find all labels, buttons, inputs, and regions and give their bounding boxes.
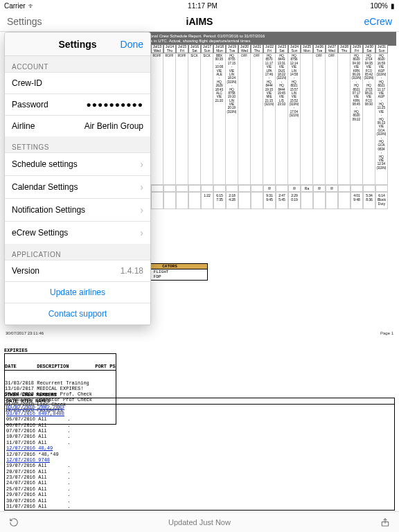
contact-support-button[interactable]: Contact support bbox=[5, 303, 150, 325]
popover-title: Settings bbox=[58, 39, 96, 50]
grid-cell: HQ 2714 04:35 VIE FCO 05:42 (319N) - HQ … bbox=[363, 53, 375, 185]
nav-bar: Settings iAIMS eCrew bbox=[0, 11, 399, 32]
password-label: Password bbox=[12, 100, 48, 109]
grid-head-cell: Jul16Sat bbox=[188, 44, 201, 53]
crew-row: 11/07/2016 All . bbox=[5, 440, 394, 445]
grid-foot-label: R bbox=[288, 185, 301, 192]
section-application: APPLICATION bbox=[5, 244, 150, 260]
page-meta: 30/07/2017 23:11:46 Page 1 bbox=[6, 331, 393, 335]
other-crew-block: OTHER CREW MEMBERS DATE RTES NAMES 03/07… bbox=[4, 392, 395, 511]
row-schedule-settings[interactable]: Schedule settings › bbox=[5, 152, 150, 175]
row-password[interactable]: Password ●●●●●●●●●● bbox=[5, 94, 150, 115]
other-crew-header: DATE RTES NAMES bbox=[5, 398, 394, 405]
grid-head-cell: Jul28Thu bbox=[338, 44, 351, 53]
chevron-right-icon: › bbox=[140, 181, 143, 193]
report-banner-line1: National Crew Schedule Report. Period: 0… bbox=[143, 34, 392, 39]
grid-foot-label bbox=[238, 185, 251, 192]
crew-row: 29/07/2016 All . bbox=[5, 492, 394, 497]
grid-foot-val bbox=[238, 192, 251, 209]
row-airline[interactable]: Airline Air Berlin Group bbox=[5, 115, 150, 136]
grid-foot-val bbox=[301, 192, 313, 209]
grid-foot-label bbox=[351, 185, 363, 192]
crew-row: 23/07/2016 All . bbox=[5, 475, 394, 480]
grid-cell: HQ 8443 13:31 VIE DUS 18:22 (321N) - HQ … bbox=[276, 53, 288, 185]
grid-head-cell: Jul22Fri bbox=[263, 44, 276, 53]
page-number: Page 1 bbox=[380, 331, 393, 335]
grid-foot-val bbox=[338, 192, 351, 209]
nav-settings-button[interactable]: Settings bbox=[7, 16, 42, 27]
crew-row: 19/07/2016 All . bbox=[5, 463, 394, 468]
grid-cell: BBX 00:35 - 10:08 VIE ALE - HQ 2629 18:4… bbox=[213, 53, 226, 185]
grid-cell: HQ 8570 11:17 VIE LPA 17:46 - HQ 8444 19… bbox=[263, 53, 276, 185]
crew-row[interactable]: 12/07/2016 48,49 bbox=[5, 445, 394, 451]
grid-head-cell: Jul21Thu bbox=[251, 44, 263, 53]
grid-foot-val bbox=[151, 192, 163, 209]
crew-row[interactable]: 12/07/2016 9748 bbox=[5, 457, 394, 463]
popover-header: Settings Done bbox=[5, 33, 150, 56]
grid-head-cell: Jul30Sat bbox=[363, 44, 375, 53]
grid-foot-val bbox=[326, 192, 338, 209]
grid-foot-val bbox=[251, 192, 263, 209]
schedule-settings-label: Schedule settings bbox=[12, 159, 78, 169]
crew-row[interactable]: 03/07/2016 2802,2803 bbox=[5, 405, 394, 410]
share-icon[interactable] bbox=[380, 517, 391, 528]
grid-head-cell: Jul17Sun bbox=[201, 44, 213, 53]
grid-foot-label bbox=[375, 185, 388, 192]
crew-row: 07/07/2016 All . bbox=[5, 428, 394, 434]
grid-head-cell: Jul29Fri bbox=[351, 44, 363, 53]
refresh-icon[interactable] bbox=[8, 517, 19, 528]
status-bar: Carrier ᯤ 11:17 PM 100% ▮ bbox=[0, 0, 399, 11]
grid-head-cell: Jul14Thu bbox=[163, 44, 176, 53]
grid-foot-label: Ra bbox=[301, 185, 313, 192]
grid-foot-val: 2:47 5:45 bbox=[276, 192, 288, 209]
grid-cell: HQ 8755 17:15 - VIE LIN 18:24 (319N) - H… bbox=[226, 53, 238, 185]
grid-foot-label: R bbox=[313, 185, 326, 192]
grid-cell: OFF bbox=[251, 53, 263, 185]
grid-head-cell: Jul31Sun bbox=[375, 44, 388, 53]
grid-foot-label bbox=[176, 185, 188, 192]
done-button[interactable]: Done bbox=[121, 39, 143, 50]
grid-cell bbox=[338, 53, 351, 185]
row-crew-id[interactable]: Crew-ID bbox=[5, 72, 150, 94]
battery-icon: ▮ bbox=[391, 2, 395, 10]
row-notification-settings[interactable]: Notification Settings › bbox=[5, 198, 150, 221]
notification-settings-label: Notification Settings bbox=[12, 205, 85, 215]
grid-foot-val: 1:22 bbox=[201, 192, 213, 209]
chevron-right-icon: › bbox=[140, 159, 143, 170]
crew-row: 05/07/2016 All . bbox=[5, 416, 394, 422]
grid-foot-val bbox=[163, 192, 176, 209]
nav-title: iAIMS bbox=[186, 16, 213, 27]
grid-cell: OFF bbox=[238, 53, 251, 185]
grid-foot-val bbox=[176, 192, 188, 209]
expiries-header: DATE DESCRIPTION PORT PS bbox=[5, 364, 116, 371]
grid-foot-label bbox=[251, 185, 263, 192]
grid-head-cell: Jul24Sun bbox=[288, 44, 301, 53]
crew-row: 31/07/2016 All . bbox=[5, 504, 394, 509]
grid-head-cell: Jul20Wed bbox=[238, 44, 251, 53]
grid-head-cell: Jul27Wed bbox=[326, 44, 338, 53]
chevron-right-icon: › bbox=[140, 204, 143, 215]
grid-foot-val: 2:18 4:28 bbox=[226, 192, 238, 209]
row-version: Version 1.4.18 bbox=[5, 260, 150, 281]
grid-foot-val: 4:01 9:48 bbox=[351, 192, 363, 209]
expiries-title: EXPIRIES bbox=[4, 348, 116, 353]
crew-row: 24/07/2016 All . bbox=[5, 480, 394, 486]
crew-row: 10/07/2016 All . bbox=[5, 434, 394, 439]
password-value: ●●●●●●●●●● bbox=[87, 100, 143, 109]
grid-foot-label bbox=[338, 185, 351, 192]
update-airlines-button[interactable]: Update airlines bbox=[5, 281, 150, 303]
nav-ecrew-button[interactable]: eCrew bbox=[364, 16, 392, 27]
airline-label: Airline bbox=[12, 121, 35, 131]
row-ecrew-settings[interactable]: eCrew Settings › bbox=[5, 221, 150, 244]
grid-foot-label bbox=[151, 185, 163, 192]
row-calendar-settings[interactable]: Calendar Settings › bbox=[5, 175, 150, 198]
other-crew-title: OTHER CREW MEMBERS bbox=[4, 392, 395, 398]
grid-cell: ROFF bbox=[163, 53, 176, 185]
grid-foot-label bbox=[163, 185, 176, 192]
crew-row[interactable]: 03/07/2016 8497,8498 bbox=[5, 411, 394, 416]
crew-id-label: Crew-ID bbox=[12, 78, 42, 88]
chevron-right-icon: › bbox=[140, 227, 143, 238]
grid-foot-label bbox=[201, 185, 213, 192]
toolbar-status: Updated Just Now bbox=[168, 518, 231, 526]
version-label: Version bbox=[12, 266, 39, 276]
